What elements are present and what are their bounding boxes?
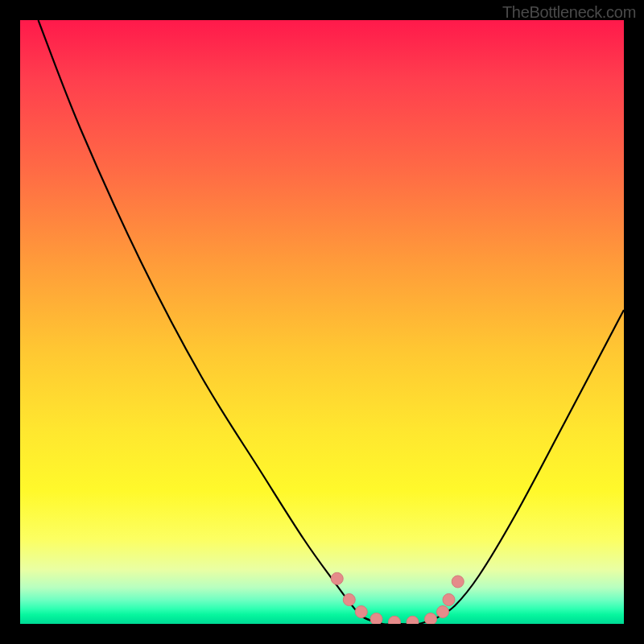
data-marker <box>437 606 449 618</box>
curve-right <box>437 310 625 618</box>
right-curve-path <box>437 310 625 618</box>
left-curve-path <box>39 20 383 624</box>
watermark-text: TheBottleneck.com <box>502 3 636 22</box>
data-marker <box>407 616 419 624</box>
chart-plot-area <box>20 20 624 624</box>
data-marker <box>389 616 401 624</box>
data-marker <box>452 576 464 588</box>
outer-frame: TheBottleneck.com <box>0 0 644 644</box>
curve-left <box>39 20 383 624</box>
data-marker <box>355 606 367 618</box>
data-marker <box>343 594 355 606</box>
data-marker <box>331 572 343 584</box>
chart-svg <box>20 20 624 624</box>
marker-group <box>331 572 464 624</box>
data-marker <box>370 613 382 625</box>
data-marker <box>443 594 455 606</box>
data-marker <box>425 613 437 625</box>
